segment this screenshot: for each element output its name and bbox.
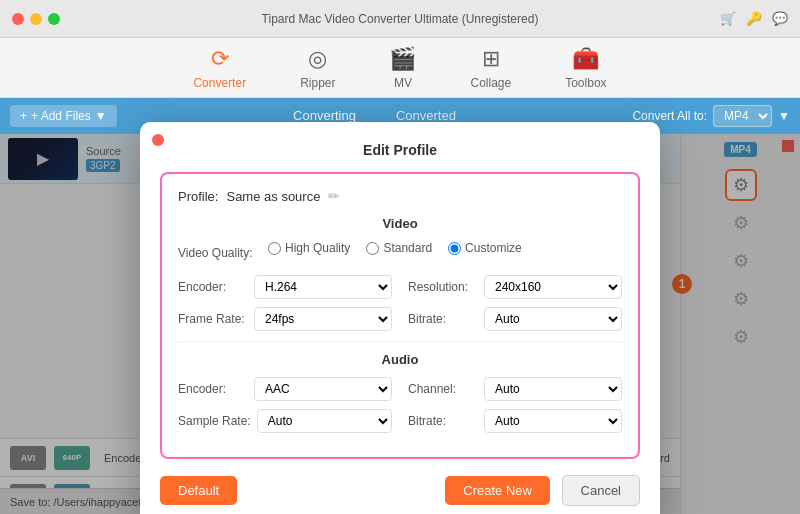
toolbox-icon: 🧰 — [572, 46, 599, 72]
channel-row: Channel: Auto — [408, 377, 622, 401]
audio-bitrate-label: Bitrate: — [408, 414, 478, 428]
standard-radio[interactable] — [366, 242, 379, 255]
audio-bitrate-select[interactable]: Auto — [484, 409, 622, 433]
nav-ripper[interactable]: ◎ Ripper — [288, 40, 347, 96]
modal-footer: Default Create New Cancel — [160, 475, 640, 506]
customize-option[interactable]: Customize — [448, 241, 522, 255]
standard-label: Standard — [383, 241, 432, 255]
framerate-label: Frame Rate: — [178, 312, 248, 326]
key-icon[interactable]: 🔑 — [746, 11, 762, 26]
nav-toolbox[interactable]: 🧰 Toolbox — [553, 40, 618, 96]
action-buttons: Create New Cancel — [445, 475, 640, 506]
audio-encoder-row: Encoder: AAC — [178, 377, 392, 401]
edit-icon[interactable]: ✏ — [328, 188, 340, 204]
main-area: ▶ Source 3GP2 AVI 640P Encoder: H.264 Re… — [0, 134, 800, 514]
profile-label: Profile: — [178, 189, 218, 204]
convert-all-select[interactable]: MP4 — [713, 105, 772, 127]
add-files-button[interactable]: + + Add Files ▼ — [10, 105, 117, 127]
framerate-row: Frame Rate: 24fps — [178, 307, 392, 331]
video-quality-row: Video Quality: High Quality Standard — [178, 241, 622, 265]
video-quality-radio-group: High Quality Standard Customize — [268, 241, 522, 255]
customize-label: Customize — [465, 241, 522, 255]
resolution-label: Resolution: — [408, 280, 478, 294]
high-quality-radio[interactable] — [268, 242, 281, 255]
message-icon[interactable]: 💬 — [772, 11, 788, 26]
nav-bar: ⟳ Converter ◎ Ripper 🎬 MV ⊞ Collage 🧰 To… — [0, 38, 800, 98]
samplerate-label: Sample Rate: — [178, 414, 251, 428]
nav-toolbox-label: Toolbox — [565, 76, 606, 90]
profile-value: Same as source — [226, 189, 320, 204]
customize-radio[interactable] — [448, 242, 461, 255]
video-form-grid: Encoder: H.264 Resolution: 240x160 Frame… — [178, 275, 622, 331]
modal-overlay: Edit Profile Profile: Same as source ✏ V… — [0, 134, 800, 514]
modal-title: Edit Profile — [160, 142, 640, 158]
maximize-button[interactable] — [48, 13, 60, 25]
modal-content-border: Profile: Same as source ✏ Video Video Qu… — [160, 172, 640, 459]
audio-bitrate-row: Bitrate: Auto — [408, 409, 622, 433]
encoder-label: Encoder: — [178, 280, 248, 294]
audio-encoder-select[interactable]: AAC — [254, 377, 392, 401]
ripper-icon: ◎ — [308, 46, 327, 72]
samplerate-row: Sample Rate: Auto — [178, 409, 392, 433]
nav-collage[interactable]: ⊞ Collage — [458, 40, 523, 96]
cart-icon[interactable]: 🛒 — [720, 11, 736, 26]
resolution-select[interactable]: 240x160 — [484, 275, 622, 299]
audio-form-grid: Encoder: AAC Channel: Auto Sample Rate: — [178, 377, 622, 433]
nav-mv-label: MV — [394, 76, 412, 90]
high-quality-label: High Quality — [285, 241, 350, 255]
plus-icon: + — [20, 109, 27, 123]
default-button[interactable]: Default — [160, 476, 237, 505]
modal-close-button[interactable] — [152, 134, 164, 146]
converter-icon: ⟳ — [211, 46, 229, 72]
dropdown-arrow-icon: ▼ — [95, 109, 107, 123]
video-bitrate-label: Bitrate: — [408, 312, 478, 326]
traffic-lights — [12, 13, 60, 25]
close-button[interactable] — [12, 13, 24, 25]
nav-converter[interactable]: ⟳ Converter — [181, 40, 258, 96]
resolution-row: Resolution: 240x160 — [408, 275, 622, 299]
convert-all-dropdown-icon: ▼ — [778, 109, 790, 123]
title-bar: Tipard Mac Video Converter Ultimate (Unr… — [0, 0, 800, 38]
app-title: Tipard Mac Video Converter Ultimate (Unr… — [262, 12, 539, 26]
audio-section-title: Audio — [178, 352, 622, 367]
cancel-button[interactable]: Cancel — [562, 475, 640, 506]
minimize-button[interactable] — [30, 13, 42, 25]
standard-option[interactable]: Standard — [366, 241, 432, 255]
nav-mv[interactable]: 🎬 MV — [377, 40, 428, 96]
framerate-select[interactable]: 24fps — [254, 307, 392, 331]
mv-icon: 🎬 — [389, 46, 416, 72]
profile-row: Profile: Same as source ✏ — [178, 188, 622, 204]
video-bitrate-select[interactable]: Auto — [484, 307, 622, 331]
edit-profile-modal: Edit Profile Profile: Same as source ✏ V… — [140, 122, 660, 514]
nav-converter-label: Converter — [193, 76, 246, 90]
audio-encoder-label: Encoder: — [178, 382, 248, 396]
create-new-button[interactable]: Create New — [445, 476, 550, 505]
high-quality-option[interactable]: High Quality — [268, 241, 350, 255]
collage-icon: ⊞ — [482, 46, 500, 72]
nav-ripper-label: Ripper — [300, 76, 335, 90]
encoder-row: Encoder: H.264 — [178, 275, 392, 299]
title-bar-icons: 🛒 🔑 💬 — [720, 11, 788, 26]
section-divider — [178, 341, 622, 342]
channel-label: Channel: — [408, 382, 478, 396]
video-section-title: Video — [178, 216, 622, 231]
encoder-select[interactable]: H.264 — [254, 275, 392, 299]
convert-all-label: Convert All to: — [632, 109, 707, 123]
nav-collage-label: Collage — [470, 76, 511, 90]
video-quality-label: Video Quality: — [178, 246, 268, 260]
samplerate-select[interactable]: Auto — [257, 409, 392, 433]
add-files-label: + Add Files — [31, 109, 91, 123]
channel-select[interactable]: Auto — [484, 377, 622, 401]
video-bitrate-row: Bitrate: Auto — [408, 307, 622, 331]
